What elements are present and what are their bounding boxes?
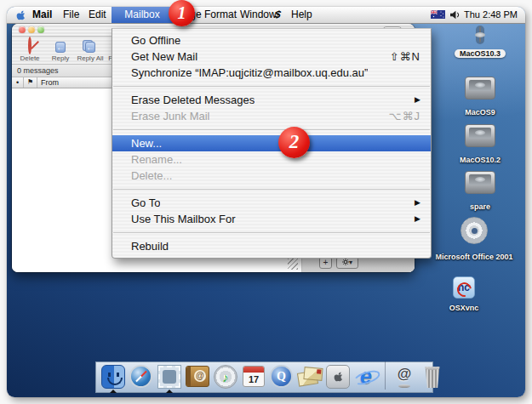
desktop-icon-spare[interactable]: spare	[455, 171, 506, 213]
apple-logo-icon	[15, 9, 26, 21]
internet-explorer-icon: e	[353, 364, 379, 390]
reply-button[interactable]: ← Reply	[45, 38, 76, 62]
menu-help[interactable]: Help	[291, 7, 312, 23]
menu-item-use-this-mailbox-for[interactable]: Use This Mailbox For ▶	[112, 211, 431, 227]
callout-step-2: 2	[278, 127, 310, 158]
desktop-icon-macos9[interactable]: MacOS9	[455, 77, 506, 118]
apple-logo-icon	[333, 371, 344, 383]
menu-item-rebuild[interactable]: Rebuild	[112, 238, 431, 254]
desktop-icon-macos103[interactable]: MacOS10.3	[455, 26, 506, 60]
dock-safari-icon[interactable]	[129, 364, 154, 390]
gear-icon	[342, 259, 349, 265]
quicktime-icon: Q	[270, 365, 293, 388]
menu-separator	[113, 189, 430, 190]
script-menu-icon[interactable]: $	[274, 7, 282, 23]
dock-finder-icon[interactable]	[100, 364, 126, 390]
read-status-column-header[interactable]: •	[12, 77, 24, 88]
apple-menu[interactable]	[15, 9, 26, 26]
mailbox-dropdown-menu: Go Offline Get New Mail ⇧⌘N Synchronize …	[112, 28, 432, 259]
desktop-icon-macos102[interactable]: MacOS10.2	[455, 124, 506, 166]
flag-column-header[interactable]: ⚑	[24, 77, 37, 88]
desktop-screen: Delete ← Reply ← Reply All → Forward 0 m…	[7, 7, 525, 397]
action-menu-button[interactable]: ▾	[336, 257, 358, 269]
desktop-icon-microsoft-office-2001[interactable]: Microsoft Office 2001	[423, 217, 525, 263]
menu-format[interactable]: Format	[204, 7, 237, 23]
menu-bar: Mail File Edit View Mailbox Message Form…	[7, 7, 525, 24]
menu-separator	[113, 232, 430, 233]
dock-itunes-icon[interactable]: ♪	[213, 364, 238, 390]
hard-drive-icon	[465, 124, 495, 147]
resize-grip[interactable]	[288, 259, 298, 270]
trash-icon	[423, 365, 442, 388]
input-menu-flag-icon[interactable]	[431, 10, 445, 26]
reply-all-label: Reply All	[75, 54, 106, 62]
menu-mailbox-highlighted[interactable]: Mailbox	[112, 7, 173, 23]
menu-item-new-highlighted[interactable]: New...	[112, 135, 431, 151]
australian-flag-icon	[431, 10, 445, 19]
dock-quicktime-icon[interactable]: Q	[269, 364, 295, 390]
menu-item-rename: Rename...	[112, 151, 431, 168]
minimize-button[interactable]	[28, 26, 35, 33]
system-preferences-icon	[326, 365, 350, 389]
cd-icon	[460, 217, 488, 244]
envelopes-icon	[297, 364, 323, 390]
mail-stamp-icon	[158, 366, 180, 388]
hard-drive-icon	[479, 26, 481, 43]
reply-all-button[interactable]: ← Reply All	[75, 38, 106, 62]
close-button[interactable]	[19, 26, 26, 33]
menu-item-erase-deleted-messages[interactable]: Erase Deleted Messages ▶	[112, 92, 431, 108]
at-sign-icon: @	[392, 364, 417, 390]
reply-all-icon: ←	[85, 42, 95, 53]
selection-highlight	[476, 26, 484, 44]
itunes-cd-icon: ♪	[214, 365, 237, 389]
ical-calendar-icon: 17	[243, 366, 265, 387]
desktop-icon-osxvnc[interactable]: nc OSXvnc	[438, 276, 489, 314]
osxvnc-app-icon: nc	[453, 276, 475, 299]
dock-separator	[385, 361, 386, 390]
safari-compass-icon	[129, 365, 152, 388]
add-mailbox-button[interactable]: +	[319, 257, 332, 269]
dock-trash-icon[interactable]	[420, 364, 445, 390]
menu-item-delete: Delete...	[112, 168, 431, 184]
shortcut-erase-junk-mail: ⌥⌘J	[389, 108, 420, 124]
menu-edit[interactable]: Edit	[89, 7, 106, 23]
reply-icon: ←	[55, 42, 66, 53]
delete-button[interactable]: Delete	[14, 38, 45, 62]
delete-icon	[28, 37, 31, 54]
menu-window[interactable]: Window	[240, 7, 277, 23]
finder-icon	[101, 365, 125, 389]
hard-drive-icon	[465, 77, 495, 100]
reply-label: Reply	[45, 54, 76, 62]
menu-bar-clock[interactable]: Thu 2:48 PM	[464, 7, 518, 23]
menu-mail[interactable]: Mail	[32, 7, 52, 23]
address-book-icon: @	[186, 366, 209, 387]
dock-internet-explorer-icon[interactable]: e	[353, 364, 379, 390]
menu-item-erase-junk-mail: Erase Junk Mail ⌥⌘J	[112, 108, 431, 124]
dock: @ ♪ 17 Q e @	[95, 361, 433, 393]
dock-address-book-icon[interactable]: @	[185, 364, 210, 390]
submenu-arrow-icon: ▶	[415, 211, 420, 227]
submenu-arrow-icon: ▶	[415, 92, 420, 108]
dock-letters-icon[interactable]	[297, 364, 323, 390]
volume-menu-icon[interactable]	[449, 10, 460, 26]
menu-item-synchronize[interactable]: Synchronize “IMAP:uqjcitiz@mailbox.uq.ed…	[112, 65, 431, 81]
delete-label: Delete	[14, 54, 45, 62]
speaker-icon	[449, 10, 460, 20]
action-menu-arrow: ▾	[349, 259, 352, 266]
menu-item-get-new-mail[interactable]: Get New Mail ⇧⌘N	[112, 48, 431, 65]
menu-item-go-to[interactable]: Go To ▶	[112, 195, 431, 211]
dock-ical-icon[interactable]: 17	[241, 364, 266, 390]
menu-separator	[113, 129, 430, 130]
hard-drive-icon	[465, 171, 495, 194]
menu-file[interactable]: File	[63, 7, 79, 23]
submenu-arrow-icon: ▶	[415, 195, 420, 211]
zoom-button[interactable]	[37, 26, 44, 33]
menu-item-go-offline[interactable]: Go Offline	[112, 32, 431, 48]
callout-step-1: 1	[169, 0, 195, 26]
dock-system-preferences-icon[interactable]	[325, 364, 351, 390]
shortcut-get-new-mail: ⇧⌘N	[390, 48, 420, 65]
screenshot-root: { "menu_bar": { "items": ["Mail", "File"…	[0, 0, 532, 404]
dock-at-bookmark-icon[interactable]: @	[392, 364, 417, 390]
dock-mail-icon[interactable]	[157, 364, 182, 390]
menu-separator	[113, 86, 430, 87]
